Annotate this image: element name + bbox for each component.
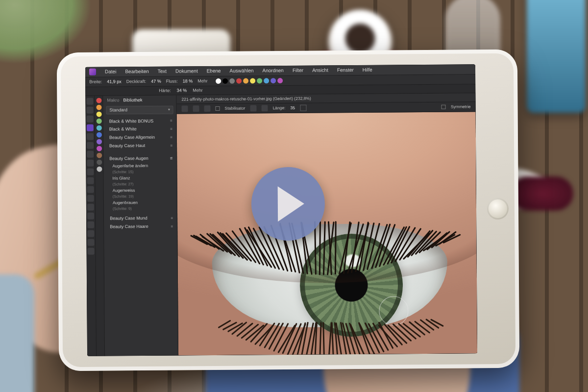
mesh-tool-icon[interactable] [88, 248, 95, 255]
palette-color-icon[interactable] [96, 112, 101, 117]
library-group-augen[interactable]: Beauty Case Augen≡ [103, 152, 176, 162]
menu-datei[interactable]: Datei [105, 69, 116, 74]
macro-item[interactable]: Iris Glanz [103, 174, 176, 181]
library-item[interactable]: Beauty Case Haare≡ [104, 222, 177, 231]
menu-bearbeiten[interactable]: Bearbeiten [125, 69, 148, 74]
menu-filter[interactable]: Filter [293, 68, 303, 74]
flow-value[interactable]: 18 % [183, 78, 193, 84]
palette-color-icon[interactable] [96, 132, 101, 138]
menu-text[interactable]: Text [158, 69, 167, 74]
menu-dokument[interactable]: Dokument [175, 68, 198, 74]
dodge-tool-icon[interactable] [87, 160, 94, 167]
palette-color-icon[interactable] [96, 119, 101, 124]
palette-color-icon[interactable] [97, 167, 102, 172]
stabilizer-mode-icon[interactable] [262, 105, 268, 111]
width-value[interactable]: 41,9 px [107, 79, 122, 84]
length-value[interactable]: 35 [291, 105, 295, 110]
tab-makro[interactable]: Makro [107, 98, 119, 103]
collapse-icon[interactable]: ≡ [171, 216, 173, 221]
palette-color-icon[interactable] [96, 139, 101, 145]
dropdown-value: Standard [110, 107, 128, 113]
macro-item[interactable]: Augenweiss [104, 187, 177, 194]
hand-tool-icon[interactable] [87, 221, 94, 228]
macro-item[interactable]: Augenfarbe ändern [103, 162, 176, 169]
swatch-icon[interactable] [257, 78, 262, 83]
library-item[interactable]: Beauty Case Allgemein≡ [103, 133, 176, 142]
palette-color-icon[interactable] [96, 98, 101, 103]
palette-color-icon[interactable] [97, 146, 102, 151]
macro-meta: (Schritte: 15) [103, 168, 176, 174]
menu-auswaehlen[interactable]: Auswählen [230, 68, 254, 74]
toolbar-icon[interactable] [204, 105, 211, 112]
macro-item[interactable]: Augenbrauen [104, 199, 177, 206]
eraser-tool-icon[interactable] [87, 133, 94, 140]
document-area: 221-affinity-photo-makros-retusche-01-vo… [176, 93, 477, 355]
swatch-icon[interactable] [229, 78, 235, 84]
opacity-value[interactable]: 47 % [151, 79, 161, 84]
stabilizer-mode-icon[interactable] [250, 105, 257, 111]
picker-tool-icon[interactable] [87, 239, 94, 246]
tab-bibliothek[interactable]: Bibliothek [123, 98, 142, 103]
zoom-tool-icon[interactable] [87, 230, 94, 237]
menu-ansicht[interactable]: Ansicht [312, 67, 328, 73]
canvas[interactable] [177, 112, 477, 355]
toolbar-icon[interactable] [182, 105, 188, 112]
swatch-icon[interactable] [216, 78, 221, 84]
color-chip-icon[interactable] [300, 105, 306, 111]
swatch-icon[interactable] [270, 78, 276, 83]
menu-hilfe[interactable]: Hilfe [363, 67, 372, 73]
opacity-label: Deckkraft: [126, 79, 147, 84]
palette-color-icon[interactable] [97, 153, 102, 158]
menu-anordnen[interactable]: Anordnen [262, 68, 283, 74]
gradient-tool-icon[interactable] [87, 186, 94, 193]
brush-tool-icon[interactable] [87, 124, 94, 131]
document-tab[interactable]: 221-affinity-photo-makros-retusche-01-vo… [181, 96, 311, 102]
library-item[interactable]: Beauty Case Haut≡ [103, 142, 176, 150]
length-label: Länge: [273, 105, 286, 110]
move-tool-icon[interactable] [86, 98, 93, 105]
crop-tool-icon[interactable] [87, 116, 94, 122]
collapse-icon[interactable]: ≡ [170, 155, 172, 161]
hardness-value[interactable]: 34 % [177, 88, 187, 94]
shape-tool-icon[interactable] [87, 213, 94, 220]
library-item[interactable]: Black & White≡ [103, 125, 176, 134]
macro-meta: (Schritte: 19) [104, 193, 177, 199]
palette-color-icon[interactable] [96, 125, 101, 131]
play-icon [278, 186, 305, 221]
play-button[interactable] [251, 167, 325, 241]
library-item[interactable]: Beauty Case Mund≡ [104, 214, 177, 223]
collapse-icon[interactable]: ≡ [170, 143, 172, 148]
swatch-icon[interactable] [250, 78, 255, 83]
tablet-home-button[interactable] [487, 198, 509, 220]
color-swatch-row [216, 78, 283, 84]
collapse-icon[interactable]: ≡ [170, 127, 172, 132]
swatch-icon[interactable] [243, 78, 248, 84]
collapse-icon[interactable]: ≡ [170, 135, 172, 140]
text-tool-icon[interactable] [87, 195, 94, 202]
palette-color-icon[interactable] [96, 105, 101, 110]
menu-ebene[interactable]: Ebene [207, 68, 221, 74]
heal-tool-icon[interactable] [87, 151, 94, 158]
toolbar-icon[interactable] [193, 105, 199, 112]
symmetry-checkbox[interactable] [441, 105, 446, 109]
menu-fenster[interactable]: Fenster [337, 67, 354, 73]
pen-tool-icon[interactable] [87, 204, 94, 211]
collapse-icon[interactable]: ≡ [171, 224, 173, 229]
more-link-2[interactable]: Mehr [193, 88, 203, 93]
clone-tool-icon[interactable] [87, 142, 94, 149]
selection-tool-icon[interactable] [87, 107, 94, 114]
swatch-icon[interactable] [236, 78, 242, 84]
more-link-1[interactable]: Mehr [197, 78, 208, 84]
library-category-dropdown[interactable]: Standard [106, 105, 173, 114]
stabilizer-checkbox[interactable] [216, 106, 220, 111]
hardness-label: Härte: [159, 88, 171, 94]
swatch-icon[interactable] [277, 78, 283, 83]
smudge-tool-icon[interactable] [87, 177, 94, 184]
width-label: Breite: [89, 79, 102, 85]
palette-color-icon[interactable] [97, 160, 102, 165]
library-item[interactable]: Black & White BONUS≡ [103, 117, 176, 125]
swatch-icon[interactable] [264, 78, 269, 83]
swatch-icon[interactable] [222, 78, 228, 84]
collapse-icon[interactable]: ≡ [170, 119, 172, 123]
burn-tool-icon[interactable] [87, 169, 94, 175]
